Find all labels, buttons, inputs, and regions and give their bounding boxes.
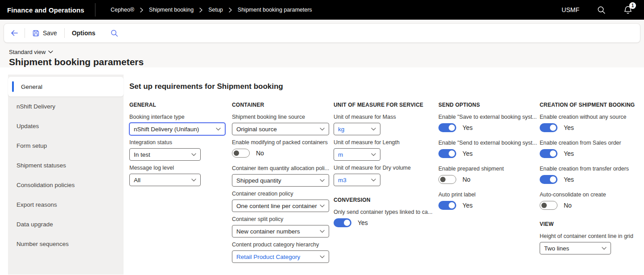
container-split-policy-dropdown[interactable]: New container numbers <box>232 225 329 238</box>
uom-length-dropdown[interactable]: m <box>334 148 380 161</box>
enable-send-external-toggle[interactable] <box>438 149 456 158</box>
topbar-right-controls: USMF 1 <box>561 5 644 15</box>
uom-dry-volume-dropdown[interactable]: m3 <box>334 174 380 186</box>
chevron-down-icon <box>320 179 325 182</box>
topbar-divider <box>95 3 95 17</box>
integration-status-dropdown[interactable]: In test <box>129 148 201 161</box>
field-enable-save-external: Enable "Save to external booking syst...… <box>438 114 540 133</box>
tab-data-upgrade[interactable]: Data upgrade <box>8 214 124 234</box>
chevron-down-icon <box>48 50 53 54</box>
command-band: Save Options Standard view Shipment book… <box>0 20 644 67</box>
chevron-down-icon <box>191 179 196 182</box>
uom-mass-dropdown[interactable]: kg <box>334 123 380 135</box>
view-selector-label: Standard view <box>9 49 45 55</box>
top-navigation-bar: Finance and Operations Cepheo® Shipment … <box>0 0 644 20</box>
breadcrumb-item-setup[interactable]: Setup <box>208 7 223 13</box>
back-button[interactable] <box>4 24 25 42</box>
field-enable-creation-without-source: Enable creation without any source Yes <box>540 114 638 133</box>
tab-form-setup[interactable]: Form setup <box>8 136 124 155</box>
field-booking-interface-type: Booking interface type nShift Delivery (… <box>129 114 232 135</box>
container-content-line-height-dropdown[interactable]: Two lines <box>540 242 611 254</box>
save-button-label: Save <box>43 29 57 37</box>
field-container-content-line-height: Height of container content line in grid… <box>540 233 638 254</box>
message-log-level-dropdown[interactable]: All <box>129 174 201 186</box>
content-product-category-hierarchy-dropdown[interactable]: Retail Product Category <box>232 250 329 263</box>
group-title-view: VIEW <box>540 221 638 227</box>
group-title-creation: CREATION OF SHIPMENT BOOKING <box>540 102 638 108</box>
field-auto-consolidate-on-create: Auto-consolidate on create No <box>540 192 638 210</box>
group-title-send-options: SEND OPTIONS <box>438 102 540 108</box>
column-creation: CREATION OF SHIPMENT BOOKING Enable crea… <box>540 102 638 267</box>
tab-updates[interactable]: Updates <box>8 116 124 136</box>
shipment-booking-line-source-dropdown[interactable]: Original source <box>232 123 329 135</box>
tab-nshift-delivery[interactable]: nShift Delivery <box>8 96 124 116</box>
tab-number-sequences[interactable]: Number sequences <box>8 234 124 254</box>
field-enable-creation-sales-order: Enable creation from Sales order Yes <box>540 140 638 158</box>
options-menu-button[interactable]: Options <box>65 24 103 42</box>
field-container-item-qty-allocation-policy: Container item quantity allocation poli.… <box>232 165 334 187</box>
chevron-right-icon <box>199 8 202 12</box>
auto-print-label-toggle[interactable] <box>438 201 456 210</box>
vertical-tab-list: General nShift Delivery Updates Form set… <box>8 75 124 275</box>
breadcrumb: Cepheo® Shipment booking Setup Shipment … <box>111 7 312 13</box>
chevron-down-icon <box>371 179 376 182</box>
breadcrumb-item-page[interactable]: Shipment booking parameters <box>238 7 312 13</box>
field-enable-modifying-packed-containers: Enable modifying of packed containers No <box>232 139 334 158</box>
enable-prepared-shipment-toggle[interactable] <box>438 175 456 184</box>
field-message-log-level: Message log level All <box>129 165 232 186</box>
view-selector[interactable]: Standard view <box>9 49 53 55</box>
toolbar-search-icon[interactable] <box>111 29 118 37</box>
chevron-down-icon <box>371 153 376 156</box>
enable-save-external-toggle[interactable] <box>438 123 456 132</box>
only-send-container-types-toggle[interactable] <box>334 218 351 227</box>
chevron-down-icon <box>602 247 607 250</box>
tab-shipment-statuses[interactable]: Shipment statuses <box>8 155 124 175</box>
chevron-down-icon <box>320 128 325 131</box>
enable-creation-transfer-orders-toggle[interactable] <box>540 175 557 184</box>
page-title: Shipment booking parameters <box>9 57 640 67</box>
container-creation-policy-dropdown[interactable]: One content line per container <box>232 200 329 212</box>
field-columns: GENERAL Booking interface type nShift De… <box>129 102 644 267</box>
notification-count-badge: 1 <box>629 2 636 9</box>
selected-tab-indicator <box>12 81 14 92</box>
field-enable-send-external: Enable "Send to external booking syst...… <box>438 140 540 158</box>
notifications-bell-icon[interactable]: 1 <box>623 5 632 15</box>
chevron-down-icon <box>191 153 196 156</box>
app-title[interactable]: Finance and Operations <box>0 6 95 14</box>
tab-content-panel: Set up requirements for Shipment booking… <box>124 75 644 275</box>
save-button[interactable]: Save <box>25 24 64 42</box>
group-title-container: CONTAINER <box>232 102 334 108</box>
chevron-down-icon <box>371 128 376 131</box>
chevron-down-icon <box>320 230 325 233</box>
group-title-conversion: CONVERSION <box>334 197 438 203</box>
enable-creation-sales-order-toggle[interactable] <box>540 149 557 158</box>
chevron-down-icon <box>320 204 325 208</box>
auto-consolidate-on-create-toggle[interactable] <box>540 201 557 210</box>
company-selector[interactable]: USMF <box>561 6 579 13</box>
enable-modifying-packed-containers-toggle[interactable] <box>232 149 250 158</box>
column-container: CONTAINER Shipment booking line source O… <box>232 102 334 267</box>
field-only-send-container-types: Only send container types linked to ca..… <box>334 209 438 228</box>
field-shipment-booking-line-source: Shipment booking line source Original so… <box>232 114 334 135</box>
field-auto-print-label: Auto print label Yes <box>438 192 540 210</box>
field-enable-creation-transfer-orders: Enable creation from transfer orders Yes <box>540 166 638 184</box>
field-container-split-policy: Container split policy New container num… <box>232 216 334 238</box>
breadcrumb-item-area[interactable]: Shipment booking <box>149 7 194 13</box>
page-content: General nShift Delivery Updates Form set… <box>0 75 644 275</box>
action-toolbar: Save Options <box>4 23 640 43</box>
breadcrumb-item-module[interactable]: Cepheo® <box>111 7 134 13</box>
tab-general[interactable]: General <box>8 77 124 96</box>
field-integration-status: Integration status In test <box>129 139 232 161</box>
tab-consolidation-policies[interactable]: Consolidation policies <box>8 175 124 195</box>
enable-creation-without-source-toggle[interactable] <box>540 123 557 132</box>
container-item-qty-allocation-policy-dropdown[interactable]: Shipped quantity <box>232 174 329 187</box>
tab-export-reasons[interactable]: Export reasons <box>8 195 124 214</box>
group-title-general: GENERAL <box>129 102 232 108</box>
field-container-creation-policy: Container creation policy One content li… <box>232 191 334 212</box>
chevron-right-icon <box>229 8 232 12</box>
booking-interface-type-dropdown[interactable]: nShift Delivery (Unifaun) <box>129 123 225 135</box>
chevron-down-icon <box>216 128 221 131</box>
field-uom-dry-volume: Unit of measure for Dry volume m3 <box>334 165 438 186</box>
column-general: GENERAL Booking interface type nShift De… <box>129 102 232 267</box>
search-icon[interactable] <box>597 6 606 14</box>
